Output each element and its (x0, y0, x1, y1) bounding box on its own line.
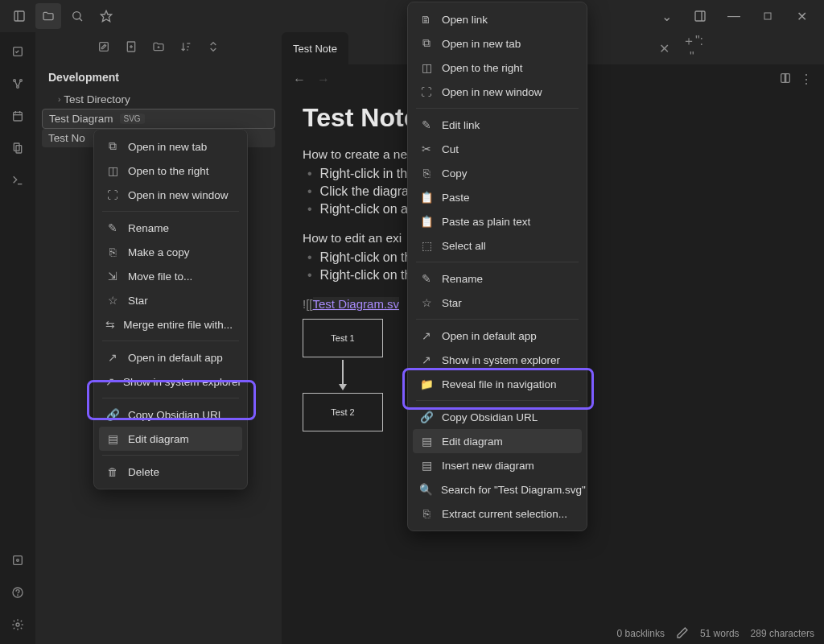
menu-search[interactable]: 🔍Search for "Test Diagram.svg" (413, 477, 582, 502)
file-icon: 🗎 (419, 12, 434, 27)
vault-icon[interactable] (5, 547, 31, 573)
menu-default-app[interactable]: ↗Open in default app (99, 345, 242, 369)
graph-icon[interactable] (5, 71, 31, 97)
menu-open-new-tab[interactable]: ⧉Open in new tab (99, 134, 242, 159)
new-note-icon[interactable] (97, 40, 110, 56)
folder-plus-icon[interactable] (152, 40, 165, 56)
menu-open-right[interactable]: ◫Open to the right (99, 159, 242, 183)
vault-title[interactable]: Development (35, 64, 282, 90)
menu-star[interactable]: ☆Star (413, 291, 582, 315)
star-icon: ☆ (105, 293, 120, 308)
settings-icon[interactable] (5, 612, 31, 638)
menu-reveal[interactable]: 📁Reveal file in navigation (413, 372, 582, 396)
menu-rename[interactable]: ✎Rename (99, 216, 242, 240)
collapse-sidebar-icon[interactable] (6, 3, 32, 29)
tree-folder[interactable]: ›Test Directory (42, 90, 275, 109)
new-tab-icon[interactable]: ＋": " (682, 33, 702, 64)
menu-open-right[interactable]: ◫Open to the right (413, 56, 582, 80)
more-icon[interactable]: ⋮ (800, 72, 813, 88)
external-icon: ↗ (105, 374, 115, 389)
menu-system-explorer[interactable]: ↗Show in system explorer (99, 369, 242, 394)
menu-paste[interactable]: 📋Paste (413, 185, 582, 209)
menu-system-explorer[interactable]: ↗Show in system explorer (413, 348, 582, 372)
menu-paste-plain[interactable]: 📋Paste as plain text (413, 209, 582, 233)
files-icon[interactable] (35, 3, 61, 29)
template-icon[interactable] (5, 135, 31, 161)
menu-edit-link[interactable]: ✎Edit link (413, 113, 582, 137)
menu-copy[interactable]: ⎘Copy (413, 161, 582, 185)
menu-cut[interactable]: ✂Cut (413, 137, 582, 161)
nav-back-icon[interactable]: ← (293, 72, 306, 87)
menu-rename[interactable]: ✎Rename (413, 266, 582, 291)
menu-merge[interactable]: ⇆Merge entire file with... (99, 312, 242, 336)
svg-point-11 (17, 86, 19, 89)
tab-close-icon[interactable]: ✕ (659, 41, 670, 56)
collapse-icon[interactable] (207, 40, 220, 56)
menu-insert-diagram[interactable]: ▤Insert new diagram (413, 453, 582, 477)
svg-rect-14 (14, 112, 23, 121)
menu-star[interactable]: ☆Star (99, 288, 242, 312)
svg-line-12 (15, 81, 18, 86)
select-icon: ⬚ (419, 238, 434, 253)
plus-square-icon: ⧉ (419, 36, 434, 51)
menu-open-window[interactable]: ⛶Open in new window (99, 183, 242, 207)
svg-rect-21 (14, 556, 23, 565)
svg-rect-5 (695, 11, 705, 21)
star-icon[interactable] (93, 3, 119, 29)
menu-copy-url[interactable]: 🔗Copy Obsidian URL (413, 405, 582, 429)
char-count: 289 characters (751, 628, 814, 639)
link-icon: 🔗 (105, 407, 120, 422)
minimize-icon[interactable]: — (718, 4, 750, 28)
backlinks-count[interactable]: 0 backlinks (617, 628, 665, 639)
plus-square-icon: ⧉ (105, 139, 120, 154)
svg-point-2 (73, 12, 80, 19)
tab-active[interactable]: Test Note (282, 32, 348, 64)
menu-move-file[interactable]: ⇲Move file to... (99, 264, 242, 288)
pencil-icon: ✎ (419, 118, 434, 132)
menu-delete[interactable]: 🗑Delete (99, 460, 242, 484)
pencil-icon: ✎ (419, 271, 434, 286)
menu-extract[interactable]: ⎘Extract current selection... (413, 502, 582, 526)
diagram-icon: ▤ (419, 434, 434, 448)
command-icon[interactable] (5, 167, 31, 193)
word-count: 51 words (700, 628, 740, 639)
sort-icon[interactable] (179, 40, 192, 56)
diagram-node: Test 1 (303, 319, 383, 357)
menu-open-new-tab[interactable]: ⧉Open in new tab (413, 31, 582, 56)
menu-copy-url[interactable]: 🔗Copy Obsidian URL (99, 402, 242, 427)
move-icon: ⇲ (105, 269, 120, 283)
help-icon[interactable] (5, 580, 31, 605)
external-icon: ↗ (419, 328, 434, 343)
clipboard-icon: 📋 (419, 190, 434, 204)
ribbon (0, 32, 35, 644)
menu-default-app[interactable]: ↗Open in default app (413, 324, 582, 348)
star-icon: ☆ (419, 295, 434, 310)
new-folder-icon[interactable] (125, 40, 138, 56)
file-badge: SVG (120, 114, 145, 124)
reading-mode-icon[interactable] (779, 72, 792, 88)
edit-icon[interactable] (676, 626, 689, 642)
menu-make-copy[interactable]: ⎘Make a copy (99, 240, 242, 264)
menu-select-all[interactable]: ⬚Select all (413, 233, 582, 258)
chevron-down-icon[interactable]: ⌄ (650, 4, 682, 28)
tree-file-selected[interactable]: Test DiagramSVG (42, 109, 275, 129)
daily-note-icon[interactable] (5, 103, 31, 129)
diagram-icon: ▤ (105, 431, 120, 446)
merge-icon: ⇆ (105, 317, 115, 332)
nav-forward-icon[interactable]: → (317, 72, 330, 87)
menu-edit-diagram[interactable]: ▤Edit diagram (413, 429, 582, 453)
copy-icon: ⎘ (105, 245, 120, 259)
window-icon: ⛶ (105, 188, 120, 202)
menu-open-link[interactable]: 🗎Open link (413, 7, 582, 31)
close-icon[interactable]: ✕ (785, 4, 818, 28)
diagram-icon: ▤ (419, 458, 434, 473)
menu-open-window[interactable]: ⛶Open in new window (413, 80, 582, 104)
search-icon[interactable] (64, 3, 90, 29)
svg-line-3 (80, 19, 82, 21)
quick-switcher-icon[interactable] (5, 39, 31, 64)
sidebar-right-icon[interactable] (684, 4, 716, 28)
split-icon: ◫ (419, 60, 434, 75)
maximize-icon[interactable] (752, 4, 784, 28)
svg-line-13 (19, 81, 21, 86)
menu-edit-diagram[interactable]: ▤Edit diagram (99, 427, 242, 451)
